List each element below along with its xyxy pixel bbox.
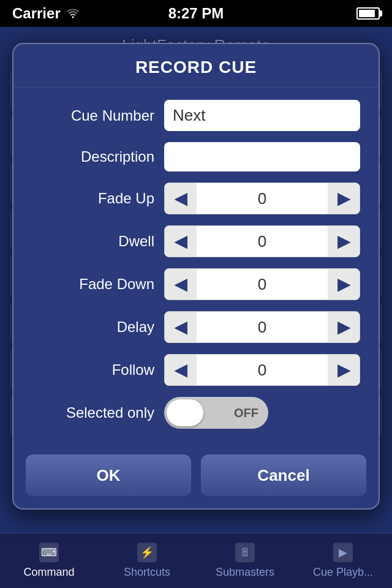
fade-up-control: ◀ 0 ▶ — [164, 183, 360, 214]
cue-number-control — [164, 100, 360, 131]
follow-decrement[interactable]: ◀ — [165, 355, 197, 385]
fade-down-increment[interactable]: ▶ — [328, 269, 360, 300]
description-input[interactable] — [164, 142, 360, 172]
follow-stepper: ◀ 0 ▶ — [164, 354, 360, 386]
wifi-icon — [66, 5, 80, 22]
selected-only-control: OFF — [164, 397, 360, 429]
tab-shortcuts[interactable]: ⚡ Shortcuts — [98, 533, 196, 588]
tab-command-label: Command — [23, 566, 74, 579]
follow-row: Follow ◀ 0 ▶ — [32, 354, 360, 386]
follow-value: 0 — [197, 361, 328, 380]
tab-cue-playback[interactable]: ▶ Cue Playb... — [294, 533, 392, 588]
dialog-body: Cue Number Description Fade Up ◀ 0 ▶ — [13, 88, 379, 446]
follow-control: ◀ 0 ▶ — [164, 354, 360, 386]
ok-button[interactable]: OK — [26, 454, 191, 496]
cancel-button[interactable]: Cancel — [201, 454, 366, 496]
dwell-increment[interactable]: ▶ — [328, 226, 360, 257]
follow-increment[interactable]: ▶ — [328, 355, 360, 385]
fade-up-row: Fade Up ◀ 0 ▶ — [32, 183, 360, 214]
dwell-label: Dwell — [32, 233, 154, 250]
delay-control: ◀ 0 ▶ — [164, 311, 360, 343]
description-row: Description — [32, 142, 360, 172]
cue-number-input[interactable] — [164, 100, 360, 131]
tab-cue-playback-label: Cue Playb... — [313, 566, 373, 579]
dwell-decrement[interactable]: ◀ — [165, 226, 197, 257]
selected-only-label: Selected only — [32, 404, 154, 421]
toggle-thumb — [167, 399, 203, 426]
fade-down-row: Fade Down ◀ 0 ▶ — [32, 268, 360, 300]
tab-submasters[interactable]: 🎚 Submasters — [196, 533, 294, 588]
delay-value: 0 — [197, 318, 328, 337]
fade-down-value: 0 — [197, 275, 328, 294]
fade-down-stepper: ◀ 0 ▶ — [164, 268, 360, 300]
battery-fill — [359, 10, 375, 17]
fade-up-label: Fade Up — [32, 190, 154, 207]
fade-up-increment[interactable]: ▶ — [328, 183, 360, 214]
dwell-stepper: ◀ 0 ▶ — [164, 225, 360, 257]
record-cue-dialog: RECORD CUE Cue Number Description Fade U… — [12, 43, 380, 510]
delay-stepper: ◀ 0 ▶ — [164, 311, 360, 343]
toggle-text: OFF — [234, 406, 258, 420]
carrier-info: Carrier — [12, 5, 80, 22]
description-control — [164, 142, 360, 172]
battery-indicator — [356, 7, 380, 20]
fade-up-value: 0 — [197, 189, 328, 208]
cue-playback-icon: ▶ — [333, 543, 353, 562]
battery-icon — [356, 7, 380, 20]
cue-number-row: Cue Number — [32, 100, 360, 131]
tab-shortcuts-label: Shortcuts — [124, 566, 170, 579]
dwell-control: ◀ 0 ▶ — [164, 225, 360, 257]
dwell-value: 0 — [197, 232, 328, 251]
command-icon: ⌨ — [39, 543, 59, 562]
carrier-text: Carrier — [12, 5, 61, 22]
dialog-title: RECORD CUE — [13, 44, 379, 88]
tab-bar: ⌨ Command ⚡ Shortcuts 🎚 Submasters ▶ Cue… — [0, 533, 392, 588]
delay-increment[interactable]: ▶ — [328, 312, 360, 342]
fade-down-control: ◀ 0 ▶ — [164, 268, 360, 300]
shortcuts-icon: ⚡ — [137, 543, 157, 562]
follow-label: Follow — [32, 361, 154, 379]
selected-only-toggle[interactable]: OFF — [164, 397, 268, 429]
description-label: Description — [32, 148, 154, 165]
fade-up-decrement[interactable]: ◀ — [165, 183, 197, 214]
fade-down-decrement[interactable]: ◀ — [165, 269, 197, 300]
selected-only-row: Selected only OFF — [32, 397, 360, 429]
delay-row: Delay ◀ 0 ▶ — [32, 311, 360, 343]
tab-command[interactable]: ⌨ Command — [0, 533, 98, 588]
delay-decrement[interactable]: ◀ — [165, 312, 197, 342]
status-bar: Carrier 8:27 PM — [0, 0, 392, 27]
dialog-buttons: OK Cancel — [13, 446, 379, 508]
fade-up-stepper: ◀ 0 ▶ — [164, 183, 360, 214]
tab-submasters-label: Submasters — [216, 566, 274, 579]
time-display: 8:27 PM — [168, 5, 224, 22]
dwell-row: Dwell ◀ 0 ▶ — [32, 225, 360, 257]
fade-down-label: Fade Down — [32, 276, 154, 293]
submasters-icon: 🎚 — [235, 543, 255, 562]
delay-label: Delay — [32, 318, 154, 336]
cue-number-label: Cue Number — [32, 107, 154, 124]
